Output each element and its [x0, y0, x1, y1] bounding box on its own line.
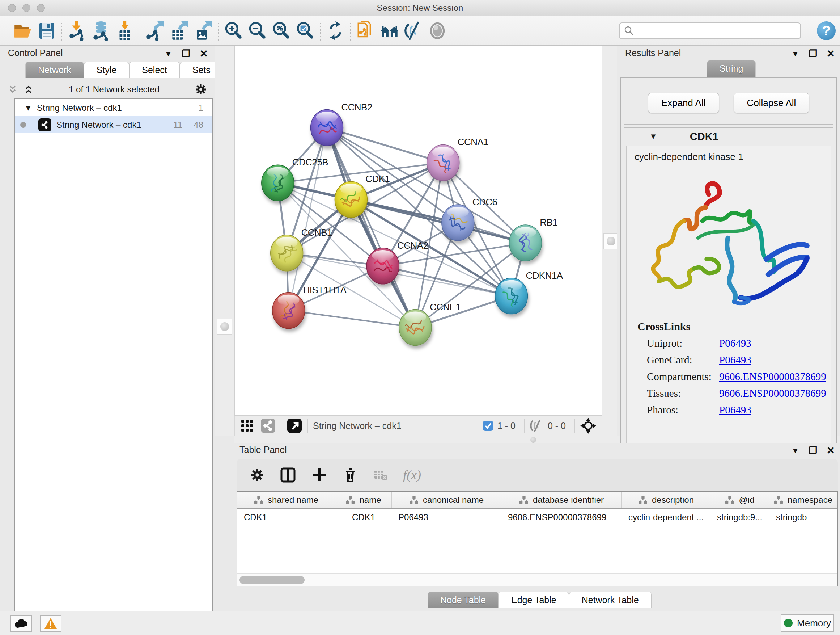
gene-entry-header[interactable]: ▼ CDK1: [624, 128, 833, 145]
zoom-in-icon[interactable]: [221, 19, 245, 43]
panel-menu-icon[interactable]: ▼: [791, 49, 799, 59]
network-row[interactable]: String Network – cdk1 11 48: [15, 116, 212, 133]
expand-all-button[interactable]: Expand All: [648, 93, 719, 113]
panel-menu-icon[interactable]: ▼: [164, 49, 172, 59]
scrollbar-thumb[interactable]: [240, 576, 305, 584]
warning-icon: [44, 618, 57, 629]
gear-icon[interactable]: [194, 83, 207, 96]
collapse-all-icon[interactable]: [7, 84, 18, 95]
delete-column-icon[interactable]: [342, 467, 358, 483]
network-edge[interactable]: [289, 128, 327, 310]
node-label: CDKN1A: [526, 271, 563, 280]
tree-expander-icon[interactable]: ▾: [26, 103, 30, 113]
close-panel-icon[interactable]: ✕: [827, 445, 835, 456]
column-header-description[interactable]: description: [622, 492, 711, 508]
import-table-icon[interactable]: [113, 19, 137, 43]
crosslink-link[interactable]: 9606.ENSP00000378699: [719, 371, 826, 383]
add-column-icon[interactable]: [311, 467, 327, 483]
expand-all-icon[interactable]: [23, 84, 34, 95]
grid-view-icon[interactable]: [240, 418, 254, 433]
save-session-icon[interactable]: [35, 19, 58, 43]
column-header--id[interactable]: @id: [711, 492, 769, 508]
export-image-icon[interactable]: [191, 19, 215, 43]
network-node[interactable]: [509, 225, 542, 261]
table-cell: stringdb: [769, 512, 837, 523]
results-panel-title: Results Panel: [625, 48, 681, 58]
tab-network-table[interactable]: Network Table: [569, 592, 652, 608]
panel-menu-icon[interactable]: ▼: [791, 446, 799, 455]
string-home-icon[interactable]: [378, 19, 401, 43]
memory-button[interactable]: Memory: [781, 614, 834, 632]
network-node[interactable]: [272, 293, 305, 329]
network-canvas[interactable]: CCNB2CCNA1CDC25BCDK1CDC6RB1CCNB1CCNA2CDK…: [234, 46, 602, 416]
left-splitter[interactable]: [215, 46, 234, 436]
tab-select[interactable]: Select: [129, 62, 180, 78]
column-header-namespace[interactable]: namespace: [769, 492, 837, 508]
table-row[interactable]: CDK1CDK1P064939606.ENSP00000378699cyclin…: [237, 509, 837, 526]
tab-string[interactable]: String: [707, 60, 756, 77]
tab-style[interactable]: Style: [84, 62, 129, 78]
zoom-out-icon[interactable]: [245, 19, 269, 43]
fit-content-icon[interactable]: [580, 417, 597, 434]
tab-edge-table[interactable]: Edge Table: [499, 592, 569, 608]
control-panel: Control Panel ▼ ❐ ✕ Network Style Select…: [0, 46, 215, 611]
crosslink-link[interactable]: 9606.ENSP00000378699: [719, 387, 826, 399]
control-panel-title: Control Panel: [8, 48, 63, 58]
tab-node-table[interactable]: Node Table: [428, 592, 499, 608]
network-node[interactable]: [335, 181, 367, 218]
crosslink-link[interactable]: P06493: [719, 337, 752, 349]
collapse-all-button[interactable]: Collapse All: [734, 93, 810, 113]
crosslink-link[interactable]: P06493: [719, 404, 752, 416]
help-icon[interactable]: ?: [817, 21, 836, 40]
close-panel-icon[interactable]: ✕: [827, 48, 835, 60]
table-horizontal-scrollbar[interactable]: [237, 573, 837, 586]
open-session-icon[interactable]: [11, 19, 35, 43]
network-node[interactable]: [399, 310, 431, 346]
show-columns-icon[interactable]: [280, 467, 296, 483]
column-header-shared-name[interactable]: shared name: [237, 492, 335, 508]
warning-status-button[interactable]: [40, 615, 62, 632]
float-panel-icon[interactable]: ❐: [808, 48, 817, 59]
network-node[interactable]: [271, 235, 303, 271]
export-network-icon[interactable]: [143, 19, 167, 43]
import-network-database-icon[interactable]: [89, 19, 113, 43]
import-network-icon[interactable]: [65, 19, 89, 43]
tab-network[interactable]: Network: [25, 62, 84, 78]
collapse-entry-icon[interactable]: ▼: [649, 132, 657, 141]
function-builder-icon: f(x): [403, 467, 421, 483]
cloud-status-button[interactable]: [10, 615, 32, 632]
node-label: CDC25B: [292, 157, 328, 167]
table-cell: 9606.ENSP00000378699: [501, 512, 622, 523]
table-panel-title: Table Panel: [240, 445, 287, 455]
open-in-window-icon[interactable]: [286, 418, 302, 434]
network-node[interactable]: [442, 204, 474, 241]
refresh-icon[interactable]: [324, 19, 347, 43]
column-header-canonical-name[interactable]: canonical name: [392, 492, 501, 508]
zoom-fit-icon[interactable]: [269, 19, 293, 43]
network-node[interactable]: [262, 165, 294, 201]
selected-checkbox-icon[interactable]: [482, 420, 494, 432]
close-panel-icon[interactable]: ✕: [200, 48, 208, 60]
export-table-icon[interactable]: [167, 19, 191, 43]
crosslink-link[interactable]: P06493: [719, 354, 752, 366]
column-header-database-identifier[interactable]: database identifier: [501, 492, 622, 508]
network-node[interactable]: [366, 248, 399, 284]
float-panel-icon[interactable]: ❐: [808, 445, 817, 456]
network-collection-row[interactable]: ▾ String Network – cdk1 1: [15, 99, 212, 116]
string-document-icon[interactable]: [354, 19, 378, 43]
float-panel-icon[interactable]: ❐: [182, 48, 190, 59]
node-label: CCNA1: [458, 137, 488, 147]
zoom-selected-icon[interactable]: [293, 19, 317, 43]
hide-selected-icon[interactable]: [401, 19, 425, 43]
network-edge[interactable]: [327, 128, 443, 163]
cloud-icon: [14, 618, 28, 629]
network-view-icon[interactable]: [260, 418, 276, 434]
network-node[interactable]: [495, 278, 528, 314]
network-node[interactable]: [427, 144, 459, 181]
network-edge[interactable]: [289, 310, 415, 328]
search-input[interactable]: [634, 25, 790, 36]
show-all-icon[interactable]: [425, 19, 449, 43]
table-options-gear-icon[interactable]: [249, 467, 265, 483]
column-header-name[interactable]: name: [335, 492, 392, 508]
network-node[interactable]: [311, 110, 343, 146]
